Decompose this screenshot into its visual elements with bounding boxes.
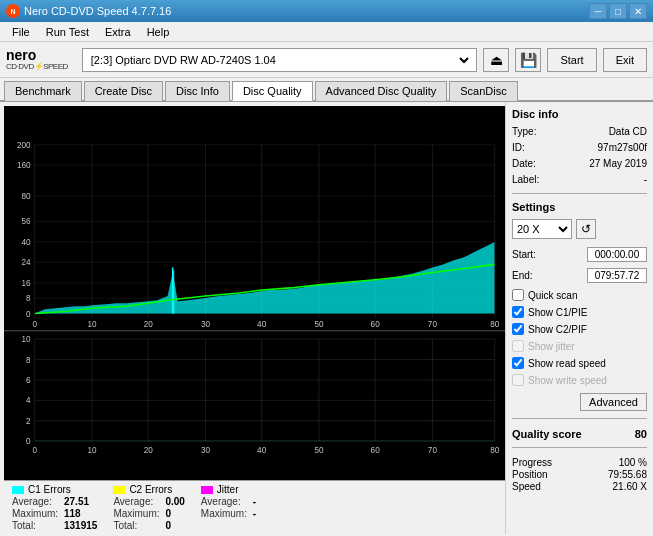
speed-label: Speed xyxy=(512,481,541,492)
speed-select[interactable]: 20 X xyxy=(512,219,572,239)
show-read-speed-label: Show read speed xyxy=(528,358,606,369)
chart-panel: 200 160 80 56 40 24 16 8 0 xyxy=(0,102,505,534)
legend-jitter-color xyxy=(201,486,213,494)
toolbar: nero CD·DVD⚡SPEED [2:3] Optiarc DVD RW A… xyxy=(0,42,653,78)
show-write-speed-label: Show write speed xyxy=(528,375,607,386)
quality-score-row: Quality score 80 xyxy=(512,428,647,440)
disc-type-label: Type: xyxy=(512,126,536,137)
end-field[interactable]: 079:57.72 xyxy=(587,268,647,283)
legend-c1-errors: C1 Errors Average: 27.51 Maximum: 118 To… xyxy=(12,484,97,531)
legend-jitter-avg-label: Average: xyxy=(201,496,249,507)
svg-text:160: 160 xyxy=(17,161,31,170)
menu-help[interactable]: Help xyxy=(139,24,178,40)
svg-text:56: 56 xyxy=(22,217,32,226)
legend-jitter-header: Jitter xyxy=(201,484,256,495)
show-write-speed-row: Show write speed xyxy=(512,374,647,386)
start-field[interactable]: 000:00.00 xyxy=(587,247,647,262)
svg-text:70: 70 xyxy=(428,446,438,455)
svg-text:40: 40 xyxy=(257,320,267,329)
quality-score-label: Quality score xyxy=(512,428,582,440)
show-c2-pif-checkbox[interactable] xyxy=(512,323,524,335)
quick-scan-label: Quick scan xyxy=(528,290,577,301)
svg-text:30: 30 xyxy=(201,320,211,329)
show-jitter-checkbox[interactable] xyxy=(512,340,524,352)
start-button[interactable]: Start xyxy=(547,48,596,72)
legend-c2-max-value: 0 xyxy=(165,508,171,519)
save-button[interactable]: 💾 xyxy=(515,48,541,72)
quick-scan-row: Quick scan xyxy=(512,289,647,301)
position-label: Position xyxy=(512,469,548,480)
menu-bar: File Run Test Extra Help xyxy=(0,22,653,42)
close-button[interactable]: ✕ xyxy=(629,3,647,19)
disc-date-value: 27 May 2019 xyxy=(589,158,647,169)
quick-scan-checkbox[interactable] xyxy=(512,289,524,301)
tab-scan-disc[interactable]: ScanDisc xyxy=(449,81,517,101)
legend-c1-max: Maximum: 118 xyxy=(12,508,97,519)
nero-logo: nero CD·DVD⚡SPEED xyxy=(6,48,68,71)
tabs: Benchmark Create Disc Disc Info Disc Qua… xyxy=(0,78,653,102)
menu-extra[interactable]: Extra xyxy=(97,24,139,40)
svg-text:0: 0 xyxy=(26,310,31,319)
show-write-speed-checkbox[interactable] xyxy=(512,374,524,386)
eject-button[interactable]: ⏏ xyxy=(483,48,509,72)
svg-text:40: 40 xyxy=(257,446,267,455)
svg-text:8: 8 xyxy=(26,356,31,365)
disc-date-label: Date: xyxy=(512,158,536,169)
speed-row: Speed 21.60 X xyxy=(512,481,647,492)
disc-id-row: ID: 97m27s00f xyxy=(512,142,647,153)
end-field-row: End: 079:57.72 xyxy=(512,268,647,283)
legend-c2-title: C2 Errors xyxy=(129,484,172,495)
legend-jitter-avg: Average: - xyxy=(201,496,256,507)
legend-c2-header: C2 Errors xyxy=(113,484,184,495)
menu-run-test[interactable]: Run Test xyxy=(38,24,97,40)
refresh-button[interactable]: ↺ xyxy=(576,219,596,239)
legend-c2-max: Maximum: 0 xyxy=(113,508,184,519)
drive-dropdown[interactable]: [2:3] Optiarc DVD RW AD-7240S 1.04 xyxy=(87,53,473,67)
svg-text:16: 16 xyxy=(22,279,32,288)
show-read-speed-checkbox[interactable] xyxy=(512,357,524,369)
svg-text:10: 10 xyxy=(22,335,32,344)
legend-c1-avg-value: 27.51 xyxy=(64,496,89,507)
disc-label-label: Label: xyxy=(512,174,539,185)
tab-create-disc[interactable]: Create Disc xyxy=(84,81,163,101)
settings-title: Settings xyxy=(512,201,647,213)
position-row: Position 79:55.68 xyxy=(512,469,647,480)
svg-text:60: 60 xyxy=(371,446,381,455)
minimize-button[interactable]: ─ xyxy=(589,3,607,19)
disc-date-row: Date: 27 May 2019 xyxy=(512,158,647,169)
svg-text:0: 0 xyxy=(26,437,31,446)
show-c1-pie-label: Show C1/PIE xyxy=(528,307,587,318)
tab-disc-quality[interactable]: Disc Quality xyxy=(232,81,313,101)
legend-c1-header: C1 Errors xyxy=(12,484,97,495)
advanced-button[interactable]: Advanced xyxy=(580,393,647,411)
position-value: 79:55.68 xyxy=(608,469,647,480)
show-c2-pif-row: Show C2/PIF xyxy=(512,323,647,335)
legend-c2-total: Total: 0 xyxy=(113,520,184,531)
divider2 xyxy=(512,418,647,419)
show-c1-pie-checkbox[interactable] xyxy=(512,306,524,318)
drive-select[interactable]: [2:3] Optiarc DVD RW AD-7240S 1.04 xyxy=(82,48,478,72)
disc-label-value: - xyxy=(644,174,647,185)
legend-jitter-max-value: - xyxy=(253,508,256,519)
exit-button[interactable]: Exit xyxy=(603,48,647,72)
tab-disc-info[interactable]: Disc Info xyxy=(165,81,230,101)
legend: C1 Errors Average: 27.51 Maximum: 118 To… xyxy=(4,480,505,534)
title-bar-left: N Nero CD-DVD Speed 4.7.7.16 xyxy=(6,4,171,18)
right-panel: Disc info Type: Data CD ID: 97m27s00f Da… xyxy=(505,102,653,534)
tab-benchmark[interactable]: Benchmark xyxy=(4,81,82,101)
divider1 xyxy=(512,193,647,194)
speed-setting-row: 20 X ↺ xyxy=(512,219,647,239)
legend-c2-max-label: Maximum: xyxy=(113,508,161,519)
tab-advanced-disc-quality[interactable]: Advanced Disc Quality xyxy=(315,81,448,101)
svg-text:4: 4 xyxy=(26,396,31,405)
legend-c1-avg-label: Average: xyxy=(12,496,60,507)
svg-text:40: 40 xyxy=(22,238,32,247)
legend-c1-total-value: 131915 xyxy=(64,520,97,531)
maximize-button[interactable]: □ xyxy=(609,3,627,19)
legend-c1-max-value: 118 xyxy=(64,508,81,519)
legend-c2-total-value: 0 xyxy=(165,520,171,531)
progress-value: 100 % xyxy=(619,457,647,468)
show-read-speed-row: Show read speed xyxy=(512,357,647,369)
svg-text:10: 10 xyxy=(87,446,97,455)
menu-file[interactable]: File xyxy=(4,24,38,40)
